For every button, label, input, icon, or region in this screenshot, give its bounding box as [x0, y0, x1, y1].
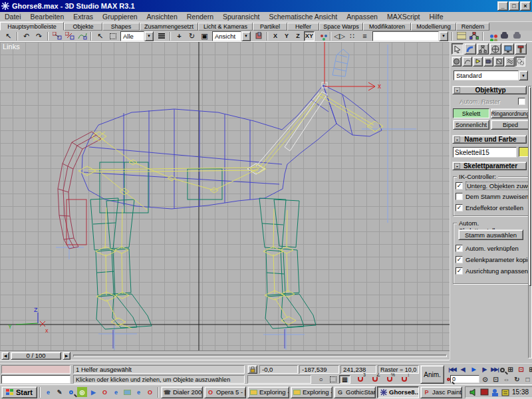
align-button[interactable]: ≡ — [358, 31, 371, 41]
task-opera-5[interactable]: OOpera 5 - [ga.. — [204, 386, 246, 398]
quicklaunch-irc-icon[interactable]: ◎ — [77, 387, 87, 397]
zoom-extents-all-button[interactable]: ⊡ — [515, 365, 526, 374]
arc-rotate-button[interactable]: ↻ — [511, 375, 522, 384]
dropdown-arrow-icon[interactable]: ▼ — [439, 31, 448, 41]
stamm-auswaehlen-button[interactable]: Stamm auswählen — [458, 229, 523, 240]
rollout-name-und-farbe[interactable]: - Name und Farbe — [452, 135, 527, 144]
axis-xy-button[interactable]: XY — [304, 31, 315, 41]
angle-snap-button[interactable]: ∠ — [368, 375, 382, 384]
crossing-select-button[interactable] — [327, 375, 338, 384]
coord-y-field[interactable]: -187,539 — [299, 365, 339, 374]
quicklaunch-opera2-icon[interactable]: O — [145, 387, 155, 397]
maxscript-mini-listener-white[interactable] — [1, 375, 70, 384]
start-button[interactable]: Start — [1, 386, 37, 398]
tab-hauptsymbolleiste[interactable]: Hauptsymbolleiste — [0, 22, 64, 31]
scrollbar-thumb[interactable] — [529, 86, 531, 286]
snap-3d-button[interactable]: 3 — [354, 375, 367, 384]
go-start-button[interactable]: |◀◀ — [447, 365, 458, 374]
dropdown-arrow-icon[interactable]: ▼ — [519, 70, 528, 80]
scheduler-icon[interactable] — [501, 388, 510, 396]
tab-partikel[interactable]: Partikel — [253, 23, 287, 31]
prev-frame-button[interactable]: ◀| — [458, 365, 468, 374]
redo-button[interactable]: ↷ — [33, 31, 45, 41]
checkbox-unterg-objekten[interactable]: ✓ Unterg. Objekten zuweisen — [456, 182, 532, 190]
geometry-category-button[interactable] — [452, 57, 462, 66]
named-selection-dropdown[interactable]: ▼ — [372, 31, 448, 41]
horse-tail[interactable] — [58, 132, 101, 249]
task-ghorse8-active[interactable]: Ghorse8.... — [377, 386, 419, 398]
display-icon[interactable] — [480, 388, 489, 396]
pan-button[interactable]: ⇔ — [501, 375, 511, 384]
sonnenlicht-button[interactable]: Sonnenlicht — [453, 120, 489, 130]
menu-anpassen[interactable]: Anpassen — [342, 12, 382, 21]
selection-filter-dropdown[interactable]: Alle ▼ — [120, 31, 154, 41]
percent-snap-button[interactable]: % — [383, 375, 396, 384]
render-scene-button[interactable] — [498, 31, 511, 41]
menu-spuransicht[interactable]: Spuransicht — [218, 12, 264, 21]
hierarchy-tab[interactable] — [477, 43, 489, 55]
mirror-button[interactable]: ◁▷ — [333, 31, 346, 41]
panel-scrollbar[interactable] — [528, 86, 532, 358]
tab-objekte[interactable]: Objekte — [64, 23, 102, 31]
rotate-button[interactable]: ↻ — [186, 31, 198, 41]
menu-hilfe[interactable]: Hilfe — [424, 12, 448, 21]
systems-category-button[interactable] — [515, 57, 525, 66]
frame-forward-button[interactable]: ▶ — [63, 352, 70, 360]
animate-button[interactable]: Anim. — [420, 365, 444, 384]
select-by-name-button[interactable] — [155, 31, 168, 41]
tab-zusammengesetzt[interactable]: Zusammengesetzt — [140, 23, 198, 31]
checkbox-ausrichtung[interactable]: ✓ Ausrichtung anpassen — [456, 267, 528, 275]
checkbox-endeffektor[interactable]: ✓ Endeffektor erstellen — [456, 204, 523, 211]
coord-z-field[interactable]: 241,238 — [340, 365, 376, 374]
checkbox-dem-stamm[interactable]: Dem Stamm zuweisen — [456, 193, 529, 200]
key-mode-button[interactable] — [447, 378, 450, 381]
transform-gizmo[interactable]: x — [325, 42, 381, 90]
lights-category-button[interactable] — [473, 57, 483, 66]
task-exploring-f[interactable]: Exploring - [F:] — [247, 386, 289, 398]
bind-spacewarp-button[interactable] — [76, 31, 88, 41]
tab-shapes[interactable]: Shapes — [102, 23, 140, 31]
axis-y-button[interactable]: Y — [281, 31, 292, 41]
horse-mesh[interactable] — [82, 82, 382, 348]
object-class-dropdown[interactable]: Standard ▼ — [454, 70, 528, 80]
tab-space-warps[interactable]: Space Warps — [319, 23, 363, 31]
render-quick-button[interactable] — [511, 31, 523, 41]
create-tab[interactable] — [452, 43, 464, 55]
biped-button[interactable]: Biped — [491, 120, 530, 130]
zoom-all-button[interactable]: ⊞ — [526, 365, 532, 374]
collapse-icon[interactable]: - — [454, 87, 460, 93]
dropdown-arrow-icon[interactable]: ▼ — [144, 31, 154, 41]
task-exploring-2[interactable]: Exploring - _... — [291, 386, 332, 398]
viewport-label[interactable]: Links — [3, 43, 20, 51]
viewport-links[interactable]: Links — [0, 42, 450, 350]
object-color-swatch[interactable] — [519, 147, 529, 157]
time-config-button[interactable]: ⊙ — [479, 375, 490, 384]
tab-modellierung[interactable]: Modellierung — [411, 23, 456, 31]
play-button[interactable]: ▶ — [468, 365, 479, 374]
volume-icon[interactable] — [469, 388, 478, 396]
quicklaunch-editor-icon[interactable]: ✎ — [55, 387, 65, 397]
spacewarps-category-button[interactable] — [505, 57, 515, 66]
quicklaunch-ie2-icon[interactable]: e — [111, 387, 121, 397]
menu-bearbeiten[interactable]: Bearbeiten — [26, 12, 69, 21]
maximize-button[interactable]: □ — [509, 1, 519, 11]
unlink-button[interactable] — [63, 31, 76, 41]
move-button[interactable]: + — [173, 31, 186, 41]
shapes-category-button[interactable] — [462, 57, 472, 66]
autogrid-checkbox[interactable] — [518, 98, 525, 105]
quicklaunch-opera-icon[interactable]: O — [100, 387, 110, 397]
checkbox-autom-verknuepfen[interactable]: ✓ Autom. verknüpfen — [456, 245, 519, 252]
snap-toggle-button[interactable]: ▦ — [339, 375, 350, 384]
helpers-category-button[interactable] — [494, 57, 504, 66]
menu-maxscript[interactable]: MAXScript — [382, 12, 425, 21]
skelett-button[interactable]: Skelett — [453, 108, 489, 118]
tab-rendern[interactable]: Rendern — [456, 23, 489, 31]
help-mode-button[interactable]: ↖ — [2, 31, 15, 41]
menu-datei[interactable]: Datei — [0, 12, 26, 21]
display-tab[interactable] — [502, 43, 514, 55]
coord-x-field[interactable]: -0,0 — [259, 365, 298, 374]
minimize-button[interactable]: _ — [497, 1, 508, 11]
reference-coord-dropdown[interactable]: Ansicht ▼ — [212, 31, 251, 41]
tab-licht-kameras[interactable]: Licht & Kameras — [198, 23, 253, 31]
selection-lock-button[interactable] — [247, 365, 257, 374]
